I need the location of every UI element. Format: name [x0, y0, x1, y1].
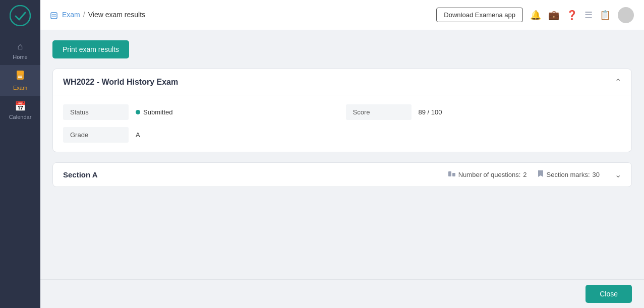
main-content: Exam / View exam results Download Examen… [40, 0, 644, 308]
sidebar-item-label: Calendar [9, 114, 32, 120]
status-value: Submitted [129, 104, 180, 120]
sidebar: ⌂ Home Exam 📅 Calendar [0, 0, 40, 308]
svg-rect-8 [448, 171, 451, 176]
close-button[interactable]: Close [586, 285, 632, 303]
breadcrumb-exam[interactable]: Exam [62, 11, 80, 19]
grade-value: A [129, 127, 147, 143]
marks-label: Section marks: [547, 171, 590, 178]
grade-label: Grade [63, 127, 129, 143]
clipboard-icon[interactable]: 📋 [600, 10, 611, 21]
exam-icon [15, 70, 25, 83]
status-dot [136, 110, 140, 114]
footer: Close [40, 279, 644, 308]
marks-icon [537, 170, 544, 179]
score-row: Score 89 / 100 [346, 104, 622, 120]
svg-rect-9 [452, 173, 455, 176]
status-text: Submitted [143, 108, 173, 116]
svg-rect-2 [17, 71, 24, 75]
grade-row: Grade A [63, 127, 339, 143]
briefcase-icon[interactable]: 💼 [548, 10, 559, 21]
questions-value: 2 [523, 171, 526, 178]
section-meta: Number of questions: 2 Section marks: 30… [448, 170, 621, 179]
exam-title: WH2022 - World History Exam [63, 78, 178, 87]
section-expand-icon[interactable]: ⌄ [615, 170, 621, 179]
exam-card: WH2022 - World History Exam ⌃ Status Sub… [52, 69, 632, 152]
sidebar-item-exam[interactable]: Exam [0, 65, 40, 96]
section-a-row: Section A Number of questions: 2 [52, 162, 632, 187]
svg-rect-5 [51, 13, 57, 19]
breadcrumb-exam-icon [50, 11, 59, 19]
download-app-button[interactable]: Download Examena app [436, 8, 523, 22]
header: Exam / View exam results Download Examen… [40, 0, 644, 30]
questions-meta: Number of questions: 2 [448, 170, 527, 179]
questions-label: Number of questions: [458, 171, 521, 178]
sidebar-item-label: Home [13, 54, 27, 60]
content-area: Print exam results WH2022 - World Histor… [40, 30, 644, 279]
help-icon[interactable]: ❓ [566, 10, 577, 21]
marks-value: 30 [593, 171, 600, 178]
score-label: Score [346, 104, 412, 120]
score-value: 89 / 100 [412, 104, 449, 120]
list-icon[interactable]: ☰ [584, 10, 593, 21]
app-logo [10, 5, 31, 26]
svg-point-0 [10, 6, 30, 26]
breadcrumb-separator: / [83, 11, 85, 19]
avatar[interactable] [618, 7, 634, 23]
status-row: Status Submitted [63, 104, 339, 120]
collapse-icon[interactable]: ⌃ [615, 77, 621, 87]
section-title: Section A [63, 170, 98, 179]
marks-meta: Section marks: 30 [537, 170, 600, 179]
calendar-icon: 📅 [15, 101, 26, 112]
sidebar-item-calendar[interactable]: 📅 Calendar [0, 96, 40, 125]
breadcrumb: Exam / View exam results [50, 11, 145, 19]
home-icon: ⌂ [18, 41, 23, 52]
status-label: Status [63, 104, 129, 120]
exam-details: Status Submitted Score 89 / 100 Grade A [53, 95, 631, 152]
exam-card-header: WH2022 - World History Exam ⌃ [53, 69, 631, 95]
print-exam-results-button[interactable]: Print exam results [52, 40, 129, 58]
sidebar-item-home[interactable]: ⌂ Home [0, 36, 40, 65]
sidebar-item-label: Exam [13, 85, 27, 91]
notification-icon[interactable]: 🔔 [530, 10, 541, 21]
breadcrumb-current: View exam results [88, 11, 145, 19]
questions-icon [448, 170, 456, 179]
header-actions: Download Examena app 🔔 💼 ❓ ☰ 📋 [436, 7, 634, 23]
